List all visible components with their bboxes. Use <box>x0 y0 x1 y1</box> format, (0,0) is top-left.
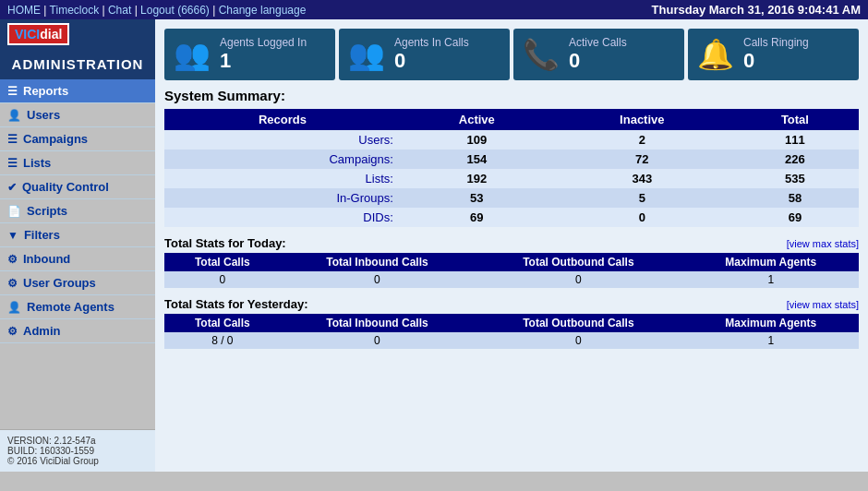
top-bar: HOME | Timeclock | Chat | Logout (6666) … <box>0 0 868 19</box>
sidebar-label-reports: Reports <box>23 84 68 98</box>
sidebar-item-filters[interactable]: ▼ Filters <box>0 223 155 247</box>
sidebar-label-user-groups: User Groups <box>23 276 96 290</box>
summary-cell-label-3: In-Groups: <box>164 188 401 208</box>
active-calls-label: Active Calls <box>569 36 627 49</box>
summary-cell-inactive-0: 2 <box>553 130 731 150</box>
agents-in-calls-label: Agents In Calls <box>394 36 469 49</box>
sidebar-item-inbound[interactable]: ⚙ Inbound <box>0 247 155 271</box>
datetime: Thursday March 31, 2016 9:04:41 AM <box>652 3 861 17</box>
summary-row-2: Lists:192343535 <box>164 169 859 188</box>
stats-yesterday-table: Total Calls Total Inbound Calls Total Ou… <box>164 314 859 349</box>
yesterday-col-outbound: Total Outbound Calls <box>474 314 682 332</box>
yesterday-inbound-calls: 0 <box>281 332 475 349</box>
yesterday-outbound-calls: 0 <box>474 332 682 349</box>
sidebar-item-user-groups[interactable]: ⚙ User Groups <box>0 271 155 295</box>
sidebar-label-inbound: Inbound <box>23 252 70 266</box>
version-text: VERSION: 2.12-547a <box>7 436 148 446</box>
summary-cell-active-4: 69 <box>401 208 553 227</box>
reports-icon: ☰ <box>7 85 18 98</box>
calls-ringing-value: 0 <box>743 49 809 73</box>
stats-yesterday-link[interactable]: [view max stats] <box>787 299 859 310</box>
col-header-total: Total <box>731 109 859 130</box>
sidebar: ☰ Reports 👤 Users ☰ Campaigns ☰ Lists ✔ … <box>0 79 155 476</box>
summary-cell-active-0: 109 <box>401 130 553 150</box>
summary-table: Records Active Inactive Total Users:1092… <box>164 109 859 227</box>
summary-cell-label-1: Campaigns: <box>164 150 401 169</box>
sidebar-item-scripts[interactable]: 📄 Scripts <box>0 199 155 223</box>
summary-cell-active-2: 192 <box>401 169 553 188</box>
today-inbound-calls: 0 <box>281 271 475 288</box>
sidebar-label-admin: Admin <box>23 324 60 338</box>
yesterday-col-max-agents: Maximum Agents <box>682 314 859 332</box>
sidebar-label-remote-agents: Remote Agents <box>27 300 115 314</box>
admin-icon: ⚙ <box>7 325 18 338</box>
nav-home[interactable]: HOME <box>7 4 41 17</box>
summary-row-4: DIDs:69069 <box>164 208 859 227</box>
campaigns-icon: ☰ <box>7 133 18 146</box>
yesterday-col-total-calls: Total Calls <box>164 314 281 332</box>
nav-timeclock[interactable]: Timeclock <box>50 4 100 17</box>
agents-logged-in-icon: 👥 <box>174 37 211 72</box>
sidebar-item-campaigns[interactable]: ☰ Campaigns <box>0 127 155 151</box>
sidebar-label-users: Users <box>27 108 60 122</box>
yesterday-data-row: 8 / 0 0 0 1 <box>164 332 859 349</box>
sidebar-item-quality-control[interactable]: ✔ Quality Control <box>0 175 155 199</box>
col-header-active: Active <box>401 109 553 130</box>
sidebar-label-quality-control: Quality Control <box>22 180 109 194</box>
sidebar-label-campaigns: Campaigns <box>23 132 88 146</box>
main-content: 👥 Agents Logged In 1 👥 Agents In Calls 0… <box>155 19 868 472</box>
today-data-row: 0 0 0 1 <box>164 271 859 288</box>
stats-yesterday-title: Total Stats for Yesterday: <box>164 297 308 311</box>
stats-today-title: Total Stats for Today: <box>164 236 286 250</box>
system-summary: System Summary: Records Active Inactive … <box>164 88 859 227</box>
today-total-calls: 0 <box>164 271 281 288</box>
yesterday-total-calls: 8 / 0 <box>164 332 281 349</box>
today-col-max-agents: Maximum Agents <box>682 253 859 271</box>
user-groups-icon: ⚙ <box>7 277 18 290</box>
stats-today-table: Total Calls Total Inbound Calls Total Ou… <box>164 253 859 288</box>
sidebar-item-admin[interactable]: ⚙ Admin <box>0 319 155 343</box>
stats-yesterday-section: Total Stats for Yesterday: [view max sta… <box>164 297 859 349</box>
stat-card-agents-logged-in: 👥 Agents Logged In 1 <box>164 29 335 80</box>
nav-chat[interactable]: Chat <box>108 4 131 17</box>
summary-cell-total-1: 226 <box>731 150 859 169</box>
nav-logout[interactable]: Logout (6666) <box>140 4 210 17</box>
yesterday-col-inbound: Total Inbound Calls <box>281 314 475 332</box>
lists-icon: ☰ <box>7 157 18 170</box>
stats-today-section: Total Stats for Today: [view max stats] … <box>164 236 859 288</box>
summary-cell-inactive-3: 5 <box>553 188 731 208</box>
summary-cell-inactive-1: 72 <box>553 150 731 169</box>
stat-card-active-calls: 📞 Active Calls 0 <box>513 29 684 80</box>
summary-cell-total-4: 69 <box>731 208 859 227</box>
summary-cell-label-4: DIDs: <box>164 208 401 227</box>
agents-in-calls-value: 0 <box>394 49 469 73</box>
scripts-icon: 📄 <box>7 205 21 218</box>
sidebar-item-users[interactable]: 👤 Users <box>0 103 155 127</box>
stats-cards-row: 👥 Agents Logged In 1 👥 Agents In Calls 0… <box>155 19 868 88</box>
stats-today-link[interactable]: [view max stats] <box>787 238 859 249</box>
top-nav: HOME | Timeclock | Chat | Logout (6666) … <box>7 4 306 17</box>
today-max-agents: 1 <box>682 271 859 288</box>
nav-language[interactable]: Change language <box>219 4 307 17</box>
sidebar-label-scripts: Scripts <box>27 204 67 218</box>
summary-cell-active-3: 53 <box>401 188 553 208</box>
calls-ringing-label: Calls Ringing <box>743 36 809 49</box>
yesterday-max-agents: 1 <box>682 332 859 349</box>
today-outbound-calls: 0 <box>474 271 682 288</box>
logo-icon: VICIdial <box>7 23 69 45</box>
sidebar-item-remote-agents[interactable]: 👤 Remote Agents <box>0 295 155 319</box>
active-calls-icon: 📞 <box>523 37 560 72</box>
remote-agents-icon: 👤 <box>7 301 21 314</box>
today-col-total-calls: Total Calls <box>164 253 281 271</box>
system-summary-title: System Summary: <box>164 88 859 103</box>
today-col-outbound: Total Outbound Calls <box>474 253 682 271</box>
summary-cell-active-1: 154 <box>401 150 553 169</box>
calls-ringing-icon: 🔔 <box>697 37 734 72</box>
summary-cell-label-2: Lists: <box>164 169 401 188</box>
sidebar-item-lists[interactable]: ☰ Lists <box>0 151 155 175</box>
stat-card-calls-ringing: 🔔 Calls Ringing 0 <box>688 29 859 80</box>
summary-cell-inactive-2: 343 <box>553 169 731 188</box>
active-calls-value: 0 <box>569 49 627 73</box>
sidebar-header: ADMINISTRATION <box>0 49 155 79</box>
sidebar-item-reports[interactable]: ☰ Reports <box>0 79 155 103</box>
